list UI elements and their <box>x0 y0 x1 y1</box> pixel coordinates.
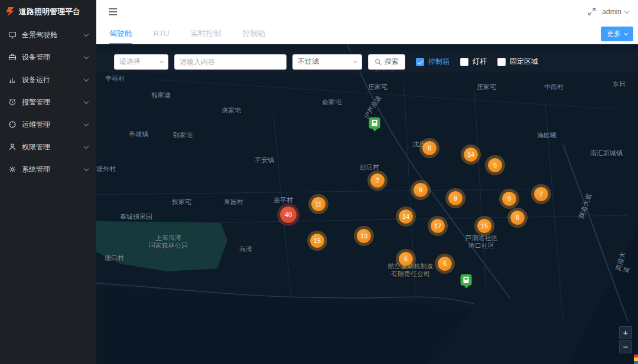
map-provider-logo <box>634 355 638 364</box>
map-canvas[interactable]: 幸福村晏家宅庄家宅庄家宅中南村东日熊家塘俞家宅唐家宅沪芦高速奉城镇邵家宅渔船嘴沈… <box>96 44 638 364</box>
search-button[interactable]: 搜索 <box>368 54 405 70</box>
checkbox-控制箱[interactable]: 控制箱 <box>416 57 450 67</box>
user-menu[interactable]: admin <box>602 8 629 16</box>
cluster-marker[interactable]: 6 <box>422 141 437 155</box>
cluster-marker[interactable]: 15 <box>477 219 491 233</box>
cluster-marker[interactable]: 6 <box>438 257 452 271</box>
gear-icon <box>8 165 17 173</box>
chevron-down-icon <box>84 76 89 81</box>
chevron-down-icon <box>84 121 89 126</box>
checkbox-unchecked-icon <box>460 58 468 66</box>
map-roads <box>96 44 638 364</box>
chevron-down-icon <box>160 59 164 63</box>
filter-bar: 请选择 不过滤 搜索 控制箱灯杆固定区域 <box>96 51 638 73</box>
cluster-marker[interactable]: 7 <box>370 173 385 188</box>
sidebar-item-设备管理[interactable]: 设备管理 <box>0 46 96 68</box>
checkbox-label: 灯杆 <box>473 57 487 67</box>
chevron-down-icon <box>624 31 628 35</box>
sidebar-item-label: 设备运行 <box>22 75 79 85</box>
cluster-marker[interactable]: 13 <box>357 229 371 243</box>
filter-checkboxes: 控制箱灯杆固定区域 <box>416 57 538 67</box>
tab-bar: 驾驶舱RTU实时控制控制箱 更多 <box>96 24 638 44</box>
tab-控制箱[interactable]: 控制箱 <box>242 24 265 44</box>
chevron-down-icon <box>84 99 89 103</box>
sidebar: 道路照明管理平台 全景驾驶舱设备管理设备运行报警管理运维管理权限管理系统管理 <box>0 0 96 364</box>
sidebar-item-系统管理[interactable]: 系统管理 <box>0 158 96 181</box>
monitor-icon <box>8 31 17 39</box>
zoom-in-button[interactable]: + <box>619 326 632 339</box>
checkbox-checked-icon <box>416 58 424 66</box>
compass-icon <box>8 120 17 129</box>
cluster-marker[interactable]: 7 <box>534 187 548 201</box>
more-button[interactable]: 更多 <box>601 27 633 41</box>
sidebar-item-label: 系统管理 <box>22 165 79 175</box>
chevron-down-icon <box>84 143 89 148</box>
checkbox-label: 固定区域 <box>510 57 538 67</box>
hamburger-menu-icon[interactable] <box>108 8 118 16</box>
sidebar-menu: 全景驾驶舱设备管理设备运行报警管理运维管理权限管理系统管理 <box>0 24 96 181</box>
zoom-controls: + − <box>619 326 632 353</box>
chevron-down-icon <box>353 59 357 63</box>
zoom-out-button[interactable]: − <box>619 340 632 353</box>
cluster-marker[interactable]: 14 <box>464 147 478 162</box>
app-logo-row: 道路照明管理平台 <box>0 0 96 24</box>
tab-驾驶舱[interactable]: 驾驶舱 <box>109 24 132 44</box>
sidebar-item-设备运行[interactable]: 设备运行 <box>0 68 96 91</box>
cluster-marker[interactable]: 9 <box>448 191 463 205</box>
cluster-marker[interactable]: 9 <box>502 192 516 206</box>
category-select[interactable]: 请选择 <box>114 54 168 70</box>
sidebar-item-运维管理[interactable]: 运维管理 <box>0 113 96 136</box>
username: admin <box>602 8 621 16</box>
tab-list: 驾驶舱RTU实时控制控制箱 <box>109 24 287 44</box>
tab-RTU[interactable]: RTU <box>154 24 169 44</box>
chevron-down-icon <box>624 8 629 13</box>
cluster-marker[interactable]: 8 <box>510 211 525 225</box>
sidebar-item-权限管理[interactable]: 权限管理 <box>0 136 96 158</box>
sidebar-item-全景驾驶舱[interactable]: 全景驾驶舱 <box>0 24 96 46</box>
user-icon <box>8 143 17 151</box>
checkbox-label: 控制箱 <box>428 57 450 67</box>
fullscreen-icon[interactable] <box>588 8 596 16</box>
app-title: 道路照明管理平台 <box>19 6 80 17</box>
chart-icon <box>8 76 17 84</box>
sidebar-item-label: 全景驾驶舱 <box>22 30 79 40</box>
filter-select[interactable]: 不过滤 <box>292 54 362 70</box>
cluster-marker[interactable]: 5 <box>488 158 502 172</box>
cluster-marker[interactable]: 9 <box>414 183 428 197</box>
sidebar-item-label: 权限管理 <box>22 142 79 152</box>
alarm-icon <box>8 98 17 106</box>
search-input[interactable] <box>174 54 287 70</box>
station-pin-marker[interactable] <box>369 117 380 129</box>
sidebar-item-label: 运维管理 <box>22 120 79 130</box>
checkbox-unchecked-icon <box>497 58 506 66</box>
search-icon <box>375 58 382 65</box>
cluster-marker[interactable]: 6 <box>399 252 413 266</box>
chevron-down-icon <box>84 166 89 170</box>
charging-station-icon <box>464 277 469 283</box>
cluster-marker[interactable]: 17 <box>431 219 445 233</box>
cluster-marker[interactable]: 11 <box>311 197 325 211</box>
sidebar-item-label: 报警管理 <box>22 97 79 107</box>
chevron-down-icon <box>84 31 89 36</box>
tab-实时控制[interactable]: 实时控制 <box>190 24 221 44</box>
checkbox-固定区域[interactable]: 固定区域 <box>497 57 538 67</box>
toolbox-icon <box>8 53 17 61</box>
header: admin <box>96 0 638 24</box>
chevron-down-icon <box>84 54 89 58</box>
charging-station-icon <box>372 120 377 126</box>
sidebar-item-报警管理[interactable]: 报警管理 <box>0 91 96 113</box>
cluster-marker[interactable]: 15 <box>310 234 324 248</box>
checkbox-灯杆[interactable]: 灯杆 <box>460 57 487 67</box>
station-pin-marker[interactable] <box>461 274 472 286</box>
sidebar-item-label: 设备管理 <box>22 53 79 63</box>
app-logo-icon <box>6 7 15 17</box>
cluster-marker[interactable]: 14 <box>399 209 413 224</box>
cluster-marker[interactable]: 40 <box>280 206 297 223</box>
